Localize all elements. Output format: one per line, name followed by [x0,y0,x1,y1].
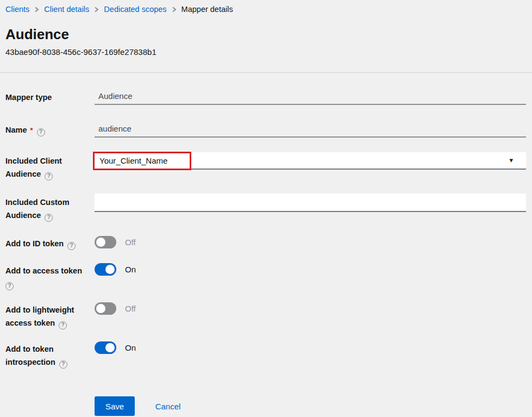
name-label-text: Name [5,126,27,134]
add-to-id-token-state: Off [125,238,136,247]
breadcrumb-link-clients[interactable]: Clients [5,5,29,14]
mapper-id: 43bae90f-8038-456c-9637-169fe27838b1 [5,47,532,57]
switch-knob [105,343,115,352]
save-button[interactable]: Save [95,396,135,416]
included-client-audience-label-line1: Included Client [5,157,62,165]
add-to-token-introspection-label: Add to token introspection? [5,340,95,369]
add-to-lightweight-access-token-state: Off [125,304,136,313]
name-label: Name*? [5,121,95,137]
help-icon[interactable]: ? [45,214,53,222]
add-to-access-token-label: Add to access token ? [5,262,95,290]
breadcrumb-link-dedicated-scopes[interactable]: Dedicated scopes [104,5,166,14]
included-custom-audience-label-line1: Included Custom [5,198,70,207]
form-row-included-custom-audience: Included Custom Audience? [5,194,526,222]
add-to-token-introspection-label-line1: Add to token [5,345,54,353]
add-to-lightweight-access-token-switch[interactable] [95,302,116,315]
form-row-mapper-type: Mapper type [5,89,526,105]
included-custom-audience-input[interactable] [95,194,526,212]
switch-knob [96,304,105,313]
included-client-audience-label: Included Client Audience? [5,152,95,181]
breadcrumb-link-client-details[interactable]: Client details [44,5,89,14]
included-custom-audience-label: Included Custom Audience? [5,194,95,222]
add-to-id-token-label-text: Add to ID token [5,239,64,248]
mapper-type-label-text: Mapper type [5,93,52,102]
help-icon[interactable]: ? [67,242,76,250]
add-to-lightweight-label-line2: access token [5,319,55,327]
add-to-token-introspection-label-line2: introspection [5,358,55,366]
included-client-audience-label-line2: Audience [5,170,41,178]
mapper-details-form: Mapper type Name*? Included Client Audie… [0,73,532,416]
form-row-add-to-lightweight-access-token: Add to lightweight access token? Off [5,301,526,329]
included-client-audience-value: Your_Client_Name [99,156,167,165]
included-client-audience-select[interactable]: Your_Client_Name ▾ [95,152,526,170]
add-to-id-token-label: Add to ID token? [5,235,95,250]
help-icon[interactable]: ? [37,128,45,136]
form-actions-row: Save Cancel [5,396,526,416]
form-actions: Save Cancel [95,396,526,416]
chevron-right-icon [34,7,39,13]
help-icon[interactable]: ? [59,360,67,369]
required-asterisk: * [30,126,33,134]
included-custom-audience-label-line2: Audience [5,211,41,220]
help-icon[interactable]: ? [59,321,67,329]
switch-knob [105,265,115,274]
switch-knob [96,238,105,247]
help-icon[interactable]: ? [45,172,53,181]
add-to-access-token-label-text: Add to access token [5,266,82,275]
mapper-type-label: Mapper type [5,89,95,104]
mapper-type-input [95,89,526,105]
name-input[interactable] [95,121,526,138]
chevron-right-icon [94,7,99,13]
add-to-access-token-switch[interactable] [95,263,116,276]
form-row-name: Name*? [5,121,526,138]
page-header: Audience 43bae90f-8038-456c-9637-169fe27… [0,14,532,57]
form-row-add-to-id-token: Add to ID token? Off [5,235,526,250]
add-to-lightweight-label-line1: Add to lightweight [5,306,74,314]
breadcrumb-current-mapper-details: Mapper details [181,5,233,14]
add-to-token-introspection-switch[interactable] [95,341,116,354]
chevron-right-icon [172,7,177,13]
form-row-add-to-token-introspection: Add to token introspection? On [5,340,526,369]
caret-down-icon: ▾ [509,156,513,164]
add-to-access-token-state: On [125,265,136,274]
add-to-token-introspection-state: On [125,343,136,352]
help-icon[interactable]: ? [5,282,14,290]
page-title: Audience [5,26,532,43]
form-row-included-client-audience: Included Client Audience? Your_Client_Na… [5,152,526,181]
form-row-add-to-access-token: Add to access token ? On [5,262,526,290]
cancel-link[interactable]: Cancel [155,402,181,411]
add-to-id-token-switch[interactable] [95,236,116,248]
add-to-lightweight-label: Add to lightweight access token? [5,301,95,329]
breadcrumb: Clients Client details Dedicated scopes … [0,0,532,14]
